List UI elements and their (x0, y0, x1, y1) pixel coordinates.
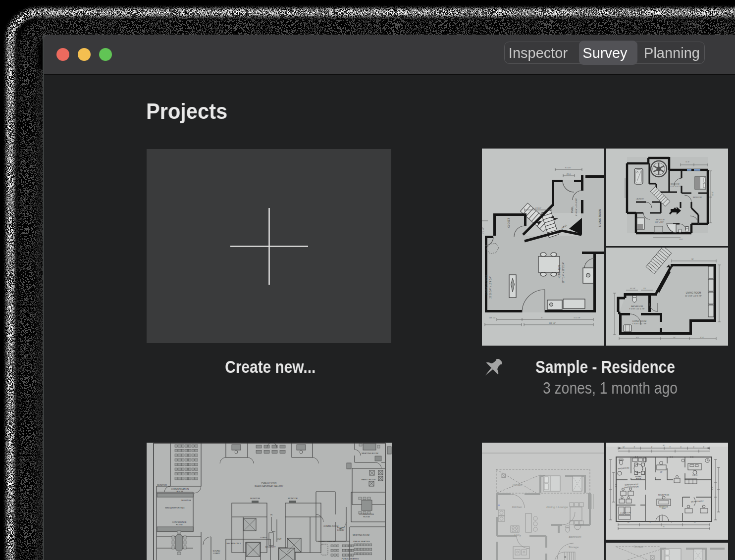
svg-text:Kitchen: Kitchen (512, 505, 523, 509)
svg-text:DESK: DESK (662, 508, 666, 509)
svg-text:MEETING ROOM: MEETING ROOM (362, 452, 378, 455)
svg-text:LIVING ROOM: LIVING ROOM (686, 292, 701, 294)
svg-text:8'10": 8'10" (700, 337, 704, 339)
svg-text:MONITOR: MONITOR (157, 484, 167, 486)
svg-text:AREA: AREA (636, 478, 641, 480)
svg-text:6'2 1/2": 6'2 1/2" (535, 207, 542, 209)
svg-text:LOBBY: LOBBY (213, 552, 220, 555)
svg-text:56': 56' (663, 526, 665, 528)
svg-text:5': 5' (703, 446, 705, 448)
svg-text:8': 8' (634, 446, 635, 448)
svg-text:6' 4 1/4" x 9' 4 3/8": 6' 4 1/4" x 9' 4 3/8" (575, 198, 578, 216)
svg-text:IN: IN (270, 513, 272, 516)
svg-text:12'1 x 10'3 1/2": 12'1 x 10'3 1/2" (670, 186, 682, 188)
svg-text:3'9": 3'9" (643, 288, 646, 290)
svg-text:7' 8 1/8" x 14' 7 3/8": 7' 8 1/8" x 14' 7 3/8" (632, 323, 647, 325)
svg-text:Bathroom: Bathroom (569, 535, 581, 538)
svg-text:MEDIA REPORTING: MEDIA REPORTING (165, 507, 184, 509)
svg-text:16'2 1/4": 16'2 1/4" (549, 322, 556, 324)
svg-text:16' 7 1/4" x 16' 2 1/4": 16' 7 1/4" x 16' 2 1/4" (562, 262, 565, 283)
svg-text:ROOM: ROOM (176, 523, 183, 526)
svg-text:SECURITY: SECURITY (265, 546, 275, 548)
svg-text:4'4 1/8": 4'4 1/8" (630, 288, 636, 290)
svg-text:20' 1 5/8" x 20' 3 7/8": 20' 1 5/8" x 20' 3 7/8" (685, 295, 702, 297)
svg-text:Terrace: Terrace (512, 483, 523, 486)
svg-text:RECEPTION: RECEPTION (658, 494, 669, 496)
svg-text:ESCAPE ONLY: ESCAPE ONLY (226, 542, 241, 545)
svg-text:PUBLIC FOYER: PUBLIC FOYER (262, 482, 277, 484)
svg-text:5'6": 5'6" (673, 337, 676, 339)
svg-text:1': 1' (693, 446, 695, 448)
svg-text:46': 46' (663, 445, 665, 447)
svg-text:BEDROOM: BEDROOM (671, 183, 680, 185)
svg-text:PUBLIC SEATING: PUBLIC SEATING (342, 558, 359, 560)
svg-text:BEDROOM: BEDROOM (693, 197, 702, 199)
svg-text:21'-0: 21'-0 (567, 173, 571, 175)
svg-text:MEETING ROOM: MEETING ROOM (353, 534, 369, 536)
svg-text:LOBBY: LOBBY (260, 536, 267, 539)
svg-text:LIVING ROOM: LIVING ROOM (598, 208, 601, 227)
svg-text:OUT: OUT (277, 538, 282, 540)
svg-text:C.E.O: C.E.O (692, 474, 697, 476)
svg-text:10'2" x 11'8": 10'2" x 11'8" (655, 221, 664, 223)
svg-text:9'11": 9'11" (636, 337, 640, 339)
svg-text:LOBBY: LOBBY (337, 529, 344, 531)
svg-text:6': 6' (681, 446, 682, 448)
svg-text:14'6 1/2": 14'6 1/2" (489, 317, 496, 319)
svg-text:Dining / Lounge: Dining / Lounge (546, 505, 568, 509)
svg-text:8': 8' (650, 521, 651, 523)
svg-text:15' 10 3/4" x 15' 6 3/4": 15' 10 3/4" x 15' 6 3/4" (489, 276, 492, 299)
svg-text:FAMILY ROOM: FAMILY ROOM (362, 478, 376, 481)
svg-text:9': 9' (670, 446, 671, 448)
svg-text:CLOSET: CLOSET (507, 218, 510, 228)
svg-text:MONITOR: MONITOR (181, 499, 191, 502)
svg-text:15'-2": 15'-2" (712, 191, 714, 196)
svg-text:18': 18' (691, 258, 694, 260)
svg-text:BLACK SATURDAY GALLERY: BLACK SATURDAY GALLERY (255, 485, 283, 487)
svg-text:ROOM: ROOM (176, 490, 183, 493)
svg-text:11'-6": 11'-6" (685, 161, 690, 163)
svg-text:MONITOR: MONITOR (288, 497, 298, 500)
svg-text:5': 5' (671, 521, 673, 523)
svg-text:7'-2 5/8": 7'-2 5/8" (482, 227, 484, 234)
svg-text:15'2 1/8": 15'2 1/8" (574, 317, 581, 319)
svg-text:9' 6 7/8" x 10' 11 7/8": 9' 6 7/8" x 10' 11 7/8" (629, 308, 645, 310)
svg-text:BATHROOM: BATHROOM (631, 305, 643, 307)
svg-text:ROOM: ROOM (363, 515, 370, 518)
svg-text:MONITOR: MONITOR (250, 497, 260, 500)
svg-text:20': 20' (628, 521, 630, 523)
svg-text:6'4 1/4": 6'4 1/4" (565, 167, 572, 169)
svg-text:COMMS ROOM: COMMS ROOM (323, 525, 339, 527)
svg-text:21': 21' (694, 521, 696, 523)
svg-text:Terrace: Terrace (633, 545, 644, 548)
svg-text:Storage: Storage (569, 546, 579, 549)
svg-text:WHEELCHAIR BAY: WHEELCHAIR BAY (318, 540, 336, 543)
svg-text:14': 14' (623, 446, 625, 448)
svg-text:LAUNDRY: LAUNDRY (636, 198, 644, 200)
svg-text:Utility: Utility (514, 534, 522, 537)
svg-text:8'-9": 8'-9" (680, 239, 683, 241)
svg-text:LIVING ROOM: LIVING ROOM (485, 275, 488, 295)
svg-text:HALL: HALL (571, 206, 574, 213)
svg-text:KITCHEN: KITCHEN (558, 265, 561, 278)
svg-text:4': 4' (651, 446, 653, 448)
svg-text:LIVING ROOM: LIVING ROOM (632, 320, 646, 322)
svg-text:I.P: I.P (660, 471, 663, 473)
svg-text:PRESS SEATING: PRESS SEATING (353, 540, 369, 543)
svg-text:BEDROOM: BEDROOM (656, 219, 665, 221)
